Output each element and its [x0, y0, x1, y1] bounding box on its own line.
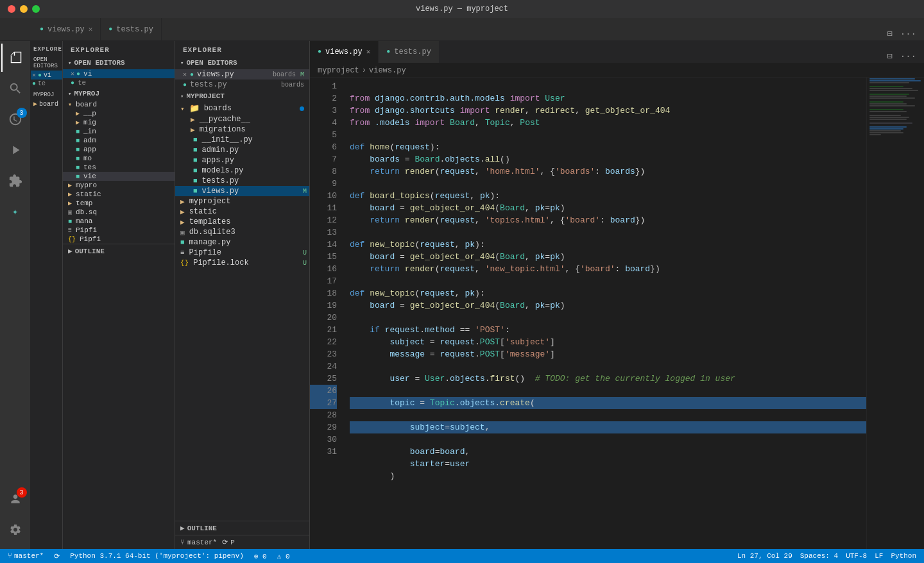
sidebar2-templates[interactable]: ▶ temp — [63, 199, 175, 208]
sidebar2-manage[interactable]: ■ mana — [63, 217, 175, 226]
init-file[interactable]: ■ __init__.py — [175, 135, 309, 145]
boards-folder[interactable]: ▾ 📁 boards — [175, 103, 309, 114]
more-actions-icon-inner[interactable]: ··· — [898, 50, 919, 63]
outer-tab1-close[interactable]: ✕ — [89, 25, 93, 33]
sidebar2-tests[interactable]: ■ tes — [63, 163, 175, 172]
status-encoding[interactable]: UTF-8 — [843, 552, 869, 560]
sidebar2-tests-name: tes — [83, 164, 96, 171]
tests-file[interactable]: ■ tests.py — [175, 176, 309, 186]
static-folder[interactable]: ▶ static — [175, 206, 309, 217]
activity-extensions[interactable] — [1, 167, 30, 195]
open-editors-section[interactable]: ▾ OPEN EDITORS — [175, 56, 309, 69]
activity-run[interactable] — [1, 136, 30, 164]
status-errors[interactable]: ⊗ 0 — [252, 552, 270, 560]
split-icon-inner[interactable]: ⊟ — [884, 49, 894, 63]
templates-folder[interactable]: ▶ templates — [175, 217, 309, 227]
manage-file[interactable]: ■ manage.py — [175, 237, 309, 248]
pipfile-lock-name: Pipfile.lock — [193, 258, 301, 267]
sidebar2-project-section[interactable]: ▾ MYPROJ — [63, 87, 175, 100]
sidebar2-db[interactable]: ▣ db.sq — [63, 208, 175, 217]
status-spaces[interactable]: Spaces: 4 — [798, 552, 841, 560]
sidebar2-pycache[interactable]: ▶ __p — [63, 109, 175, 118]
myproject-folder[interactable]: ▶ myproject — [175, 196, 309, 206]
minimize-button[interactable] — [20, 5, 28, 13]
status-warnings[interactable]: ⚠ 0 — [275, 552, 293, 560]
status-line-ending[interactable]: LF — [872, 552, 886, 560]
split-editor-icon[interactable]: ⊟ — [884, 27, 894, 40]
activity-remote[interactable]: ✦ — [1, 197, 30, 226]
apps-file[interactable]: ■ apps.py — [175, 155, 309, 165]
pipfile-lock-item[interactable]: {} Pipfile.lock U — [175, 258, 309, 268]
sidebar2-outline[interactable]: ▶ OUTLINE — [63, 244, 175, 258]
admin-file[interactable]: ■ admin.py — [175, 145, 309, 155]
inner-tab-views[interactable]: ● views.py ✕ — [310, 41, 379, 63]
myproject-section[interactable]: ▾ MYPROJECT — [175, 90, 309, 103]
status-line-col[interactable]: Ln 27, Col 29 — [735, 552, 795, 560]
models-file[interactable]: ■ models.py — [175, 165, 309, 176]
pycache-folder[interactable]: ▶ __pycache__ — [175, 114, 309, 124]
maximize-button[interactable] — [32, 5, 40, 13]
activity-bar: 3 ✦ 3 — [0, 41, 31, 549]
sidebar2-open-editors-section[interactable]: ▾ OPEN EDITORS — [63, 56, 175, 69]
inner-tab-tests[interactable]: ● tests.py — [379, 41, 440, 63]
sidebar2-tests-open[interactable]: ● te — [63, 78, 175, 87]
outer-tabbar: ● views.py ✕ ● tests.py ⊟ ··· — [0, 18, 924, 41]
outer-tab-views[interactable]: ● views.py ✕ — [32, 18, 101, 40]
sidebar2-static[interactable]: ▶ static — [63, 190, 175, 199]
db-file[interactable]: ▣ db.sqlite3 — [175, 227, 309, 237]
remote-icon: ✦ — [12, 205, 19, 218]
activity-search[interactable] — [1, 74, 30, 103]
code-editor[interactable]: 12345 678910 1112131415 1617181920 21222… — [310, 78, 924, 549]
status-sync[interactable]: ⟳ — [51, 552, 62, 560]
sidebar2-models[interactable]: ■ mo — [63, 154, 175, 163]
status-python-env[interactable]: Python 3.7.1 64-bit ('myproject': pipenv… — [67, 552, 246, 560]
more-actions-icon[interactable]: ··· — [898, 28, 919, 40]
close-icon-v2[interactable]: ✕ — [71, 70, 74, 78]
views-file[interactable]: ■ views.py M — [175, 186, 309, 196]
outline-section[interactable]: ▶ OUTLINE — [175, 521, 309, 535]
pipfile-item[interactable]: ≡ Pipfile U — [175, 248, 309, 258]
activity-settings[interactable] — [1, 516, 30, 544]
sidebar2-boards[interactable]: ▾ board — [63, 100, 175, 109]
sidebar2-apps-name: app — [83, 146, 96, 153]
status-branch[interactable]: ⑂ master* — [5, 552, 46, 560]
py-icon-tests2: ■ — [76, 164, 80, 171]
py-icon-views3f: ■ — [193, 187, 198, 195]
folder-arrow-pycache: ▶ — [191, 115, 195, 124]
open-editor-tests[interactable]: ● tests.py boards — [175, 80, 309, 90]
sidebar2-pipfile[interactable]: ≡ Pipfi — [63, 226, 175, 235]
sidebar2-apps[interactable]: ■ app — [63, 145, 175, 154]
py-icon-apps2: ■ — [76, 146, 80, 153]
sidebar2-piplock[interactable]: {} Pipfi — [63, 235, 175, 244]
sidebar2-migrations[interactable]: ▶ mig — [63, 118, 175, 127]
outer-tab-tests[interactable]: ● tests.py — [101, 18, 162, 40]
sidebar1-tests-item[interactable]: ● te — [31, 80, 62, 88]
sidebar2-init[interactable]: ■ _in — [63, 127, 175, 136]
inner-tab1-close[interactable]: ✕ — [366, 47, 371, 56]
sidebar2-views[interactable]: ■ vie — [63, 172, 175, 181]
models-name: models.py — [202, 166, 244, 175]
sidebar1-boards[interactable]: ▶ board — [31, 99, 62, 108]
sidebar2-pipfile-name: Pipfi — [76, 226, 97, 234]
sidebar2-views-open[interactable]: ✕ ● vi — [63, 69, 175, 78]
close-icon-views[interactable]: ✕ — [183, 71, 187, 78]
sidebar1-board-name: board — [39, 101, 58, 108]
sidebar1-views-item[interactable]: ✕ ● vi — [31, 71, 62, 80]
close-icon-1[interactable]: ✕ — [32, 71, 36, 79]
status-language[interactable]: Python — [888, 552, 919, 560]
close-button[interactable] — [8, 5, 15, 13]
code-content[interactable]: from django.contrib.auth.models import U… — [342, 78, 866, 549]
py-icon-inner2: ● — [386, 48, 390, 55]
activity-explorer[interactable] — [1, 44, 30, 72]
breadcrumb-project[interactable]: myproject — [318, 66, 359, 75]
sync-icon-sidebar[interactable]: ⟳ — [222, 538, 228, 546]
sidebar2-admin[interactable]: ■ adm — [63, 136, 175, 145]
sidebar2-myproject[interactable]: ▶ mypro — [63, 181, 175, 190]
activity-source-control[interactable]: 3 — [1, 105, 30, 133]
open-editor-views[interactable]: ✕ ● views.py boards M — [175, 69, 309, 80]
breadcrumb-file[interactable]: views.py — [369, 66, 406, 75]
activity-accounts[interactable]: 3 — [1, 485, 30, 513]
migrations-folder[interactable]: ▶ migrations — [175, 124, 309, 135]
pipfile-name: Pipfile — [189, 248, 301, 257]
tests-name: tests.py — [202, 176, 239, 185]
